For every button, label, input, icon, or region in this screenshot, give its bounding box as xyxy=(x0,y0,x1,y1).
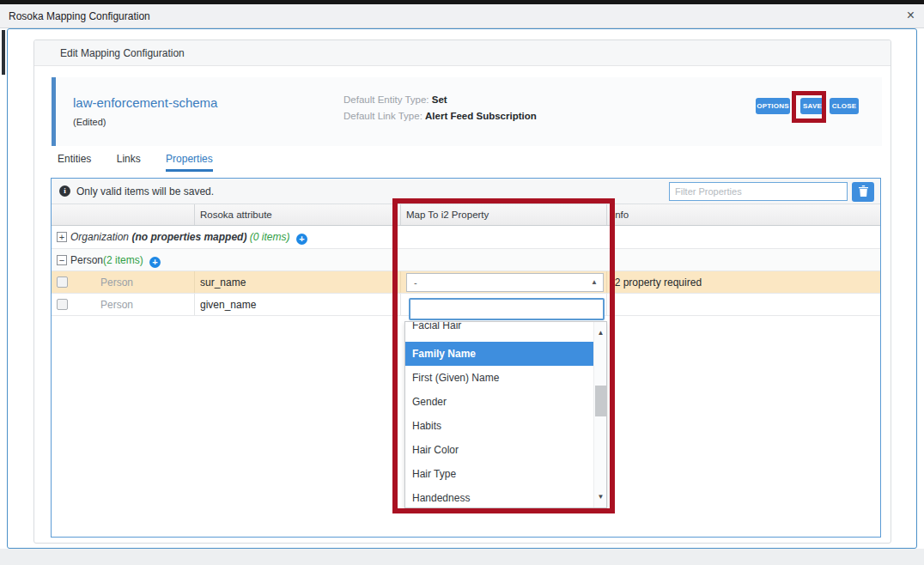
row-checkbox[interactable] xyxy=(57,276,68,288)
tab-properties[interactable]: Properties xyxy=(166,153,213,172)
default-entity-type-value: Set xyxy=(432,94,447,105)
expand-icon[interactable]: + xyxy=(57,232,67,242)
row-checkbox[interactable] xyxy=(57,299,68,310)
filter-properties-input[interactable] xyxy=(669,182,848,201)
default-link-type-value: Alert Feed Subscription xyxy=(425,111,537,121)
panel-title: Edit Mapping Configuration xyxy=(60,47,185,59)
default-link-type-label: Default Link Type: xyxy=(343,111,422,121)
default-link-type: Default Link Type: Alert Feed Subscripti… xyxy=(343,111,537,121)
schema-summary: law-enforcement-schema (Edited) Default … xyxy=(52,77,882,146)
collapse-icon[interactable]: − xyxy=(57,255,67,265)
schema-status: (Edited) xyxy=(73,117,106,127)
group-count: (0 items) xyxy=(250,231,290,243)
panel-header: Edit Mapping Configuration xyxy=(34,40,891,66)
column-checkbox xyxy=(52,204,195,225)
window-titlebar: Rosoka Mapping Configuration × xyxy=(0,4,924,28)
annotation-box-save xyxy=(792,91,826,123)
group-count: (2 items) xyxy=(103,254,143,266)
options-button[interactable]: OPTIONS xyxy=(756,98,790,114)
close-icon[interactable]: × xyxy=(907,8,915,23)
close-button[interactable]: CLOSE xyxy=(830,98,859,114)
screen-background xyxy=(0,549,924,565)
info-icon: i xyxy=(59,185,70,197)
row-entity: Person xyxy=(100,276,133,289)
background-window-edge xyxy=(2,30,5,75)
schema-name: law-enforcement-schema xyxy=(73,95,217,110)
clear-filter-button[interactable] xyxy=(852,182,874,202)
add-mapping-icon[interactable]: + xyxy=(149,257,161,268)
tab-links[interactable]: Links xyxy=(117,153,141,169)
tab-entities[interactable]: Entities xyxy=(58,153,91,169)
column-info: Info xyxy=(607,204,880,225)
row-entity: Person xyxy=(100,299,133,311)
annotation-box-map-column xyxy=(392,198,615,513)
group-name: Person xyxy=(70,254,103,266)
trash-icon xyxy=(859,185,868,197)
default-entity-type-label: Default Entity Type: xyxy=(343,94,429,105)
schema-accent-bar xyxy=(52,77,56,146)
notice-text: Only valid items will be saved. xyxy=(76,185,214,197)
row-attribute: sur_name xyxy=(200,276,246,289)
default-entity-type: Default Entity Type: Set xyxy=(343,94,447,105)
group-suffix: (no properties mapped) xyxy=(131,231,246,243)
row-attribute: given_name xyxy=(200,299,256,311)
window-title: Rosoka Mapping Configuration xyxy=(9,10,150,22)
column-rosoka-attribute: Rosoka attribute xyxy=(195,204,401,225)
row-info: i2 property required xyxy=(612,276,702,289)
tab-bar: Entities Links Properties xyxy=(58,153,235,172)
add-mapping-icon[interactable]: + xyxy=(296,234,307,245)
group-name: Organization xyxy=(70,231,129,243)
